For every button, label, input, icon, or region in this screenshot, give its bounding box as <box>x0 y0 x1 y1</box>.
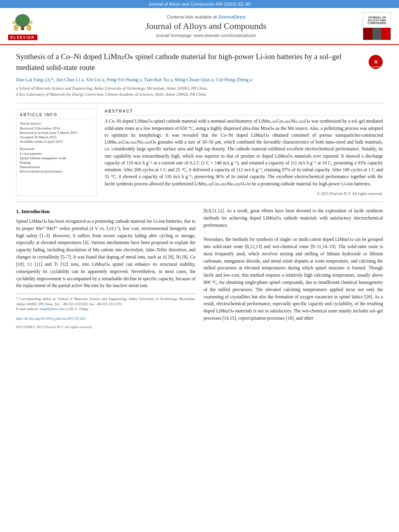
article-info-header: ARTICLE INFO <box>20 113 93 119</box>
journal-header: ELSEVIER Contents lists available at Sci… <box>0 8 399 45</box>
intro-section-title: 1. Introduction <box>16 207 195 216</box>
svg-text:✕: ✕ <box>374 59 378 65</box>
article-history-label: Article history: <box>20 121 93 125</box>
article-history-section: Article history: Received 5 December 201… <box>20 121 93 144</box>
sciencedirect-link[interactable]: Contents lists available at ScienceDirec… <box>49 14 363 19</box>
svg-point-1 <box>15 14 30 27</box>
elsevier-label: ELSEVIER <box>8 35 37 40</box>
keyword-3: Doping <box>20 160 93 164</box>
abstract-section: ABSTRACT A Co–Ni doped LiMn₂O₄ spinel ca… <box>105 109 383 196</box>
copyright: © 2015 Elsevier B.V. All rights reserved… <box>105 191 383 196</box>
date-online: Available online 9 April 2015 <box>20 140 93 144</box>
keyword-4: Nanostructure <box>20 165 93 169</box>
journal-homepage: journal homepage: www.elsevier.com/locat… <box>49 33 363 38</box>
divider-2 <box>16 201 383 202</box>
abstract-header: ABSTRACT <box>105 109 383 115</box>
elsevier-footer: 0925-8388/© 2015 Elsevier B.V. All right… <box>16 325 195 330</box>
crossmark-icon: ✕ CrossMark <box>368 55 383 69</box>
journal-center: Contents lists available at ScienceDirec… <box>49 14 363 38</box>
date-accepted: Accepted 30 March 2015 <box>20 135 93 139</box>
svg-text:CrossMark: CrossMark <box>371 66 381 68</box>
svg-point-6 <box>29 21 33 24</box>
abstract-text: A Co–Ni doped LiMn₂O₄ spinel cathode mat… <box>105 118 383 187</box>
article-title: Synthesis of a Co–Ni doped LiMn₂O₄ spine… <box>16 51 364 73</box>
date-received: Received 5 December 2014 <box>20 126 93 130</box>
body-right-column: [8,9,11,12]. As a result, great efforts … <box>204 207 383 330</box>
body-content: 1. Introduction Spinel LiMn₂O₄ has been … <box>16 207 383 330</box>
footnote-email: E-mail address: fangdl@ustc.edu.cn (D.-L… <box>16 306 195 312</box>
doi-link[interactable]: http://dx.doi.org/10.1016/j.jallcom.2015… <box>16 316 85 320</box>
journal-title: Journal of Alloys and Compounds <box>49 21 363 31</box>
article-info-box: ARTICLE INFO Article history: Received 5… <box>16 109 97 196</box>
svg-point-5 <box>12 21 16 24</box>
keyword-1: Li-ion batteries <box>20 152 93 156</box>
svg-point-4 <box>27 25 31 31</box>
keywords-section: Keywords: Li-ion batteries Spinel lithiu… <box>20 147 93 173</box>
journal-citation-bar: Journal of Alloys and Compounds 640 (201… <box>0 0 399 8</box>
article-main: Synthesis of a Co–Ni doped LiMn₂O₄ spine… <box>0 45 399 337</box>
email-link[interactable]: fangdl@ustc.edu.cn <box>39 307 68 311</box>
article-info-abstract: ARTICLE INFO Article history: Received 5… <box>16 109 383 196</box>
svg-point-3 <box>14 25 19 31</box>
authors: Dao-Lai Fang a,b,*, Jun-Chao Li a, Xin L… <box>16 76 383 84</box>
intro-left-text: Spinel LiMn₂O₄ has been recognized as a … <box>16 218 195 290</box>
keywords-label: Keywords: <box>20 147 93 151</box>
intro-right-text: [8,9,11,12]. As a result, great efforts … <box>204 207 383 322</box>
body-left-column: 1. Introduction Spinel LiMn₂O₄ has been … <box>16 207 195 330</box>
divider-1 <box>16 103 383 103</box>
footnote-area: * Corresponding author at: School of Mat… <box>16 294 195 312</box>
journal-logo-right: JOURNAL OF ALLOYS AND COMPOUNDS <box>363 12 391 40</box>
keyword-5: Electrochemical performance <box>20 169 93 173</box>
svg-rect-2 <box>21 26 24 30</box>
elsevier-tree-icon <box>10 12 35 35</box>
affiliations: a School of Materials Science and Engine… <box>16 85 383 97</box>
crossmark-badge[interactable]: ✕ CrossMark <box>368 55 383 71</box>
keyword-2: Spinel lithium manganese oxide <box>20 156 93 160</box>
footnote-star: * Corresponding author at: School of Mat… <box>16 296 195 306</box>
article-title-section: Synthesis of a Co–Ni doped LiMn₂O₄ spine… <box>16 51 383 73</box>
date-revised: Received in revised form 5 March 2015 <box>20 131 93 135</box>
elsevier-logo: ELSEVIER <box>8 12 37 40</box>
